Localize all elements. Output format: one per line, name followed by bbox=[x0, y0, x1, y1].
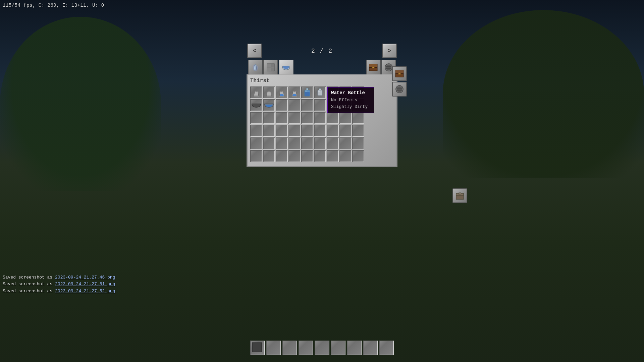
side-tab-chest[interactable] bbox=[392, 66, 407, 81]
grid-cell-4-9[interactable] bbox=[352, 125, 364, 137]
stone-icon bbox=[266, 63, 275, 72]
grid-cell-6-1[interactable] bbox=[250, 150, 262, 162]
tree-left bbox=[0, 17, 161, 191]
grid-cell-5-7[interactable] bbox=[327, 137, 339, 149]
grid-cell-2-6[interactable] bbox=[314, 99, 326, 111]
page-indicator: 2 / 2 bbox=[311, 48, 333, 54]
grid-cell-3-1[interactable] bbox=[250, 112, 262, 124]
grid-cell-1-9[interactable] bbox=[352, 86, 364, 99]
grid-cell-4-4[interactable] bbox=[288, 125, 301, 137]
svg-rect-23 bbox=[305, 92, 310, 96]
grid-cell-5-8[interactable] bbox=[339, 137, 352, 149]
grid-cell-6-2[interactable] bbox=[263, 150, 275, 162]
navigation-bar: < 2 / 2 > bbox=[247, 44, 397, 58]
grid-cell-4-1[interactable] bbox=[250, 125, 262, 137]
grid-cell-3-7[interactable] bbox=[327, 112, 339, 124]
grid-cell-1-8[interactable] bbox=[339, 86, 352, 99]
grid-cell-4-7[interactable] bbox=[327, 125, 339, 137]
grid-cell-6-8[interactable] bbox=[339, 150, 352, 162]
grid-cell-1-7[interactable] bbox=[327, 86, 339, 99]
side-chest-icon bbox=[395, 70, 404, 77]
grid-cell-4-2[interactable] bbox=[263, 125, 275, 137]
grid-cell-6-7[interactable] bbox=[327, 150, 339, 162]
grid-cell-1-6[interactable] bbox=[314, 86, 326, 99]
hotbar-cell-2[interactable] bbox=[266, 341, 281, 355]
grid-cell-2-9[interactable] bbox=[352, 99, 364, 111]
tab-feather[interactable] bbox=[248, 60, 263, 74]
hotbar-cell-5[interactable] bbox=[315, 341, 329, 355]
inventory-panel: Thirst bbox=[247, 74, 397, 167]
grid-cell-4-6[interactable] bbox=[314, 125, 326, 137]
grid-cell-4-5[interactable] bbox=[301, 125, 313, 137]
next-page-button[interactable]: > bbox=[382, 44, 397, 58]
svg-rect-20 bbox=[292, 96, 297, 97]
svg-rect-18 bbox=[267, 96, 271, 97]
grid-cell-6-9[interactable] bbox=[352, 150, 364, 162]
prev-arrow-icon: < bbox=[253, 48, 257, 54]
grid-cell-6-3[interactable] bbox=[276, 150, 288, 162]
grid-cell-1-1[interactable] bbox=[250, 86, 262, 99]
tab-bowl[interactable] bbox=[279, 60, 293, 74]
grid-cell-3-9[interactable] bbox=[352, 112, 364, 124]
hotbar-cell-1[interactable] bbox=[250, 341, 265, 355]
grid-cell-1-3[interactable] bbox=[276, 86, 288, 99]
hotbar-cell-6[interactable] bbox=[331, 341, 345, 355]
grid-cell-5-2[interactable] bbox=[263, 137, 275, 149]
screenshot-msg-1: Saved screenshot as 2023-09-24_21.27.46.… bbox=[3, 274, 115, 281]
side-tab-barrel[interactable] bbox=[392, 82, 407, 97]
grid-cell-2-1[interactable] bbox=[250, 99, 262, 111]
grid-cell-3-5[interactable] bbox=[301, 112, 313, 124]
grid-cell-2-4[interactable] bbox=[288, 99, 301, 111]
grid-cell-6-4[interactable] bbox=[288, 150, 301, 162]
grid-cell-2-2[interactable] bbox=[263, 99, 275, 111]
bucket-empty-icon bbox=[252, 88, 261, 97]
grid-cell-5-3[interactable] bbox=[276, 137, 288, 149]
tree-right bbox=[443, 10, 644, 178]
ground bbox=[0, 163, 644, 362]
hotbar-item-1-icon bbox=[251, 341, 263, 353]
grid-cell-1-4[interactable] bbox=[288, 86, 301, 99]
grid-cell-5-9[interactable] bbox=[352, 137, 364, 149]
grid-cell-3-3[interactable] bbox=[276, 112, 288, 124]
svg-rect-4 bbox=[271, 68, 274, 71]
bowl-icon bbox=[281, 63, 291, 72]
hotbar-cell-3[interactable] bbox=[282, 341, 297, 355]
hotbar-cell-9[interactable] bbox=[379, 341, 394, 355]
hotbar-cell-8[interactable] bbox=[363, 341, 378, 355]
dark-bowl-icon bbox=[251, 103, 261, 108]
grid-cell-4-8[interactable] bbox=[339, 125, 352, 137]
water-bucket-icon-2 bbox=[290, 88, 299, 97]
grid-cell-5-1[interactable] bbox=[250, 137, 262, 149]
hotbar-cell-4[interactable] bbox=[299, 341, 313, 355]
grid-cell-5-6[interactable] bbox=[314, 137, 326, 149]
hotbar-cell-7[interactable] bbox=[347, 341, 362, 355]
grid-cell-3-4[interactable] bbox=[288, 112, 301, 124]
grid-cell-5-4[interactable] bbox=[288, 137, 301, 149]
water-bottle-full-icon bbox=[304, 87, 311, 98]
grid-cell-2-3[interactable] bbox=[276, 99, 288, 111]
grid-cell-5-5[interactable] bbox=[301, 137, 313, 149]
tab-chest[interactable] bbox=[366, 60, 381, 74]
prev-page-button[interactable]: < bbox=[247, 44, 262, 58]
svg-point-14 bbox=[386, 65, 391, 70]
grid-cell-4-3[interactable] bbox=[276, 125, 288, 137]
grid-cell-6-5[interactable] bbox=[301, 150, 313, 162]
extra-box-button[interactable] bbox=[452, 188, 467, 203]
svg-rect-42 bbox=[252, 343, 262, 352]
grid-cell-2-5[interactable] bbox=[301, 99, 313, 111]
side-barrel-icon bbox=[395, 85, 404, 94]
tab-stone[interactable] bbox=[263, 60, 278, 74]
grid-cell-3-8[interactable] bbox=[339, 112, 352, 124]
fps-counter: 115/54 fps, C: 269, E: 13+11, U: 0 bbox=[3, 3, 104, 8]
right-tabs bbox=[392, 66, 407, 97]
svg-rect-21 bbox=[306, 88, 308, 90]
grid-cell-3-2[interactable] bbox=[263, 112, 275, 124]
grid-cell-2-7[interactable] bbox=[327, 99, 339, 111]
screenshot-msg-3: Saved screenshot as 2023-09-24_21.27.52.… bbox=[3, 288, 115, 295]
grid-cell-1-2[interactable] bbox=[263, 86, 275, 99]
bucket-empty-icon-2 bbox=[264, 88, 274, 97]
grid-cell-1-5[interactable] bbox=[301, 86, 313, 99]
grid-cell-6-6[interactable] bbox=[314, 150, 326, 162]
grid-cell-3-6[interactable] bbox=[314, 112, 326, 124]
grid-cell-2-8[interactable] bbox=[339, 99, 352, 111]
